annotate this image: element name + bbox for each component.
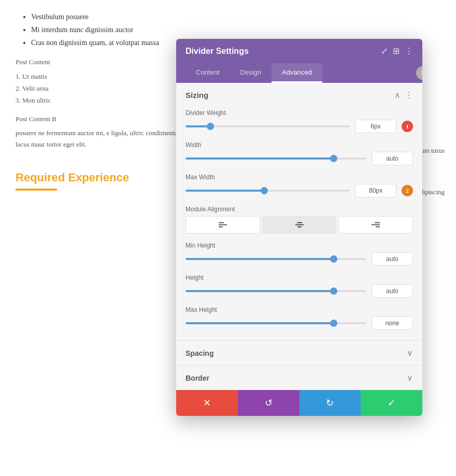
divider-weight-row: 1 (186, 120, 413, 133)
min-height-label: Min Height (186, 242, 413, 249)
spacing-title: Spacing (186, 349, 213, 357)
orange-divider (16, 189, 57, 191)
width-field: Width (176, 137, 422, 169)
modal-close-button[interactable]: ✕ (416, 66, 422, 80)
list-item: Mi interdum nunc dignissim auctor (31, 23, 440, 36)
badge-1: 1 (402, 121, 413, 132)
list-item: 2. Velit urna (16, 82, 192, 94)
border-title: Border (186, 374, 209, 382)
width-row (186, 152, 413, 165)
modal-header: Divider Settings ⤢ ⊞ ⋮ (176, 39, 422, 63)
spacing-chevron-icon: ∨ (407, 348, 413, 358)
height-label: Height (186, 274, 413, 281)
collapse-icon[interactable]: ∧ (394, 90, 401, 100)
border-chevron-icon: ∨ (407, 373, 413, 383)
min-height-row (186, 252, 413, 266)
width-label: Width (186, 141, 413, 149)
svg-rect-9 (372, 224, 380, 225)
min-height-slider[interactable] (186, 254, 366, 264)
border-section[interactable]: Border ∨ (176, 365, 422, 390)
tab-content[interactable]: Content (186, 63, 230, 83)
section-more-icon[interactable]: ⋮ (405, 90, 413, 100)
max-height-label: Max Height (186, 306, 413, 313)
svg-rect-1 (219, 224, 227, 225)
modal-tabs: Content Design Advanced ✕ (176, 63, 422, 83)
height-row (186, 284, 413, 298)
height-input[interactable] (372, 284, 413, 298)
max-width-row: 2 (186, 184, 413, 197)
cancel-button[interactable]: ✕ (176, 390, 238, 416)
confirm-button[interactable]: ✓ (361, 390, 422, 416)
align-center-button[interactable] (262, 216, 337, 234)
svg-rect-0 (219, 222, 224, 223)
max-height-field: Max Height (176, 302, 422, 334)
post-content-text: posuere ne fermentum auctor mi, e ligula… (16, 127, 192, 150)
divider-weight-input[interactable] (355, 120, 396, 133)
max-height-row (186, 316, 413, 330)
min-height-field: Min Height (176, 238, 422, 270)
modal-title: Divider Settings (186, 47, 249, 56)
min-height-input[interactable] (372, 252, 413, 266)
align-left-button[interactable] (186, 216, 260, 234)
post-content-label: Post Content (16, 58, 192, 66)
align-right-button[interactable] (338, 216, 413, 234)
max-width-label: Max Width (186, 174, 413, 181)
tab-advanced[interactable]: Advanced (272, 63, 322, 83)
width-slider[interactable] (186, 153, 366, 164)
modal-body: Sizing ∧ ⋮ Divider Weight 1 W (176, 83, 422, 390)
alignment-buttons (186, 216, 413, 234)
max-width-input[interactable] (355, 184, 396, 197)
max-width-field: Max Width 2 (176, 169, 422, 201)
columns-icon[interactable]: ⊞ (393, 46, 400, 56)
list-item: 3. Mon ultric (16, 94, 192, 106)
badge-2: 2 (402, 185, 413, 196)
height-slider[interactable] (186, 286, 366, 296)
max-height-input[interactable] (372, 316, 413, 330)
list-item: Vestibulum posuere (31, 10, 440, 23)
svg-rect-4 (297, 222, 302, 223)
modal-header-actions: ⤢ ⊞ ⋮ (381, 46, 413, 56)
section-header-actions: ∧ ⋮ (394, 90, 413, 100)
width-input[interactable] (372, 152, 413, 165)
svg-rect-6 (297, 226, 302, 227)
module-alignment-field: Module Alignment (176, 201, 422, 238)
sizing-section-header: Sizing ∧ ⋮ (176, 83, 422, 105)
expand-icon[interactable]: ⤢ (381, 46, 388, 56)
svg-rect-5 (295, 224, 304, 225)
modal-footer: ✕ ↺ ↻ ✓ (176, 390, 422, 416)
redo-button[interactable]: ↻ (300, 390, 361, 416)
divider-weight-field: Divider Weight 1 (176, 105, 422, 137)
max-height-slider[interactable] (186, 318, 366, 328)
tab-design[interactable]: Design (230, 63, 272, 83)
post-content-block-label: Post Content B (16, 115, 192, 123)
more-icon[interactable]: ⋮ (405, 46, 413, 56)
list-item: 1. Ut mattis (16, 70, 192, 82)
reset-button[interactable]: ↺ (238, 390, 300, 416)
height-field: Height (176, 270, 422, 302)
divider-weight-slider[interactable] (186, 121, 350, 132)
module-alignment-label: Module Alignment (186, 206, 413, 213)
svg-rect-8 (375, 222, 380, 223)
divider-settings-modal: Divider Settings ⤢ ⊞ ⋮ Content Design Ad… (176, 39, 422, 416)
numbered-list: 1. Ut mattis 2. Velit urna 3. Mon ultric (16, 70, 192, 107)
spacing-section[interactable]: Spacing ∨ (176, 340, 422, 365)
divider-weight-label: Divider Weight (186, 109, 413, 117)
max-width-slider[interactable] (186, 185, 350, 196)
sizing-title: Sizing (186, 91, 208, 99)
